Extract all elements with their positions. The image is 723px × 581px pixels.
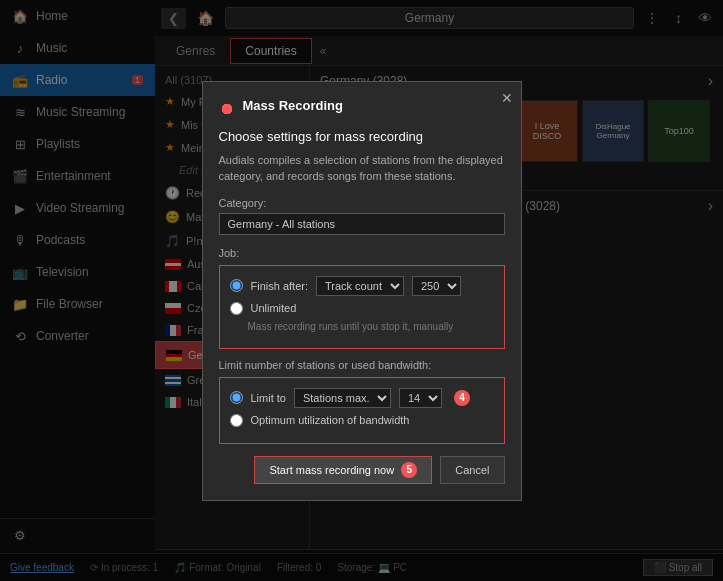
job-label: Job: [219,247,505,259]
modal-title: Mass Recording [243,98,343,113]
finish-after-radio[interactable] [230,279,243,292]
track-count-select[interactable]: Track count [316,276,404,296]
category-input[interactable] [219,213,505,235]
job-options-box: Finish after: Track count 250 Unlimited … [219,265,505,349]
step-4-label: 4 [454,390,470,406]
limit-to-radio[interactable] [230,391,243,404]
mass-recording-modal: ⏺ Mass Recording ✕ Choose settings for m… [202,81,522,501]
stations-max-value-select[interactable]: 14 [399,388,442,408]
limit-to-label: Limit to [251,392,286,404]
finish-after-row: Finish after: Track count 250 [230,276,494,296]
modal-close-button[interactable]: ✕ [501,90,513,106]
modal-overlay: ⏺ Mass Recording ✕ Choose settings for m… [0,0,723,581]
stations-max-select[interactable]: Stations max. [294,388,391,408]
unlimited-help-text: Mass recording runs until you stop it, m… [230,321,494,332]
unlimited-row: Unlimited [230,302,494,315]
track-count-value-select[interactable]: 250 [412,276,461,296]
modal-header-text: Choose settings for mass recording [219,129,505,144]
step-5-label: 5 [401,462,417,478]
limit-options-box: Limit to Stations max. 14 4 Optimum util… [219,377,505,444]
unlimited-radio[interactable] [230,302,243,315]
limit-to-row: Limit to Stations max. 14 4 [230,388,494,408]
category-label: Category: [219,197,505,209]
limit-label: Limit number of stations or used bandwid… [219,359,505,371]
modal-record-icon: ⏺ [219,100,235,118]
unlimited-label: Unlimited [251,302,297,314]
modal-description: Audials compiles a selection of stations… [219,152,505,185]
cancel-button[interactable]: Cancel [440,456,504,484]
modal-footer: Start mass recording now 5 Cancel [219,456,505,484]
optimum-row: Optimum utilization of bandwidth [230,414,494,427]
optimum-radio[interactable] [230,414,243,427]
start-recording-button[interactable]: Start mass recording now 5 [254,456,432,484]
optimum-label: Optimum utilization of bandwidth [251,414,410,426]
finish-after-label: Finish after: [251,280,308,292]
